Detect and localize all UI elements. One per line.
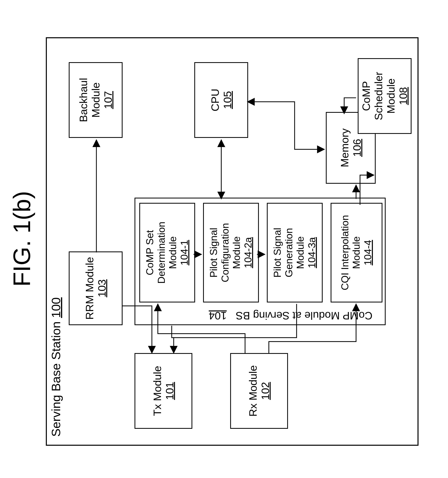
pilot-gen-ref: 104-3a [306, 237, 318, 268]
cqi-ref: 104-4 [362, 240, 374, 265]
memory-ref: 106 [351, 139, 363, 157]
comp-container-label: CoMP Module at Serving BS 104 [209, 310, 373, 322]
scheduler-line2: Module [385, 78, 397, 113]
comp-set-line3: Module [167, 236, 179, 269]
serving-base-station-title: Serving Base Station 100 [49, 297, 63, 437]
serving-base-station-container: Serving Base Station 100 RRM Module 103 … [46, 37, 418, 446]
pilot-cfg-line3: Module [231, 236, 243, 269]
container-ref: 100 [49, 297, 63, 318]
scheduler-ref: 108 [397, 87, 409, 105]
backhaul-module: Backhaul Module 107 [69, 62, 123, 138]
pilot-signal-configuration-module: Pilot Signal Configuration Module 104-2a [203, 203, 259, 302]
rx-ref: 102 [259, 382, 271, 400]
tx-ref: 101 [164, 382, 176, 400]
backhaul-ref: 107 [102, 91, 114, 109]
pilot-gen-line2: Generation [283, 228, 295, 277]
comp-set-ref: 104-1 [179, 240, 190, 265]
backhaul-title: Backhaul Module [77, 63, 102, 137]
comp-module-container: CoMP Module at Serving BS 104 CoMP Set D… [134, 198, 386, 325]
comp-container-ref: 104 [209, 310, 227, 322]
pilot-gen-line1: Pilot Signal [272, 228, 283, 277]
rrm-ref: 103 [96, 279, 108, 297]
cqi-interpolation-module: CQI Interpolation Module 104-4 [331, 203, 382, 302]
container-title-text: Serving Base Station [49, 321, 63, 437]
rx-title: Rx Module [247, 365, 259, 417]
cpu-block: CPU 105 [194, 62, 248, 138]
pilot-cfg-line2: Configuration [220, 223, 231, 282]
rrm-module: RRM Module 103 [69, 252, 123, 325]
comp-set-line2: Determination [156, 221, 167, 283]
cpu-title: CPU [209, 89, 221, 111]
pilot-cfg-line1: Pilot Signal [208, 228, 220, 277]
cqi-title: CQI Interpolation Module [339, 204, 362, 302]
pilot-gen-line3: Module [295, 236, 306, 269]
cpu-ref: 105 [221, 91, 233, 109]
comp-container-title: CoMP Module at Serving BS [236, 310, 372, 322]
pilot-signal-generation-module: Pilot Signal Generation Module 104-3a [267, 203, 323, 302]
figure-label: FIG. 1(b) [8, 0, 36, 478]
memory-title: Memory [338, 128, 351, 167]
comp-scheduler-module: CoMP Scheduler Module 108 [358, 58, 411, 134]
comp-set-line1: CoMP Set [144, 230, 156, 275]
rrm-title: RRM Module [83, 257, 96, 320]
pilot-cfg-ref: 104-2a [243, 237, 254, 268]
tx-title: Tx Module [151, 366, 164, 416]
scheduler-line1: CoMP Scheduler [360, 59, 385, 133]
comp-set-determination-module: CoMP Set Determination Module 104-1 [139, 203, 195, 302]
rx-module: Rx Module 102 [230, 353, 288, 429]
tx-module: Tx Module 101 [134, 353, 192, 429]
